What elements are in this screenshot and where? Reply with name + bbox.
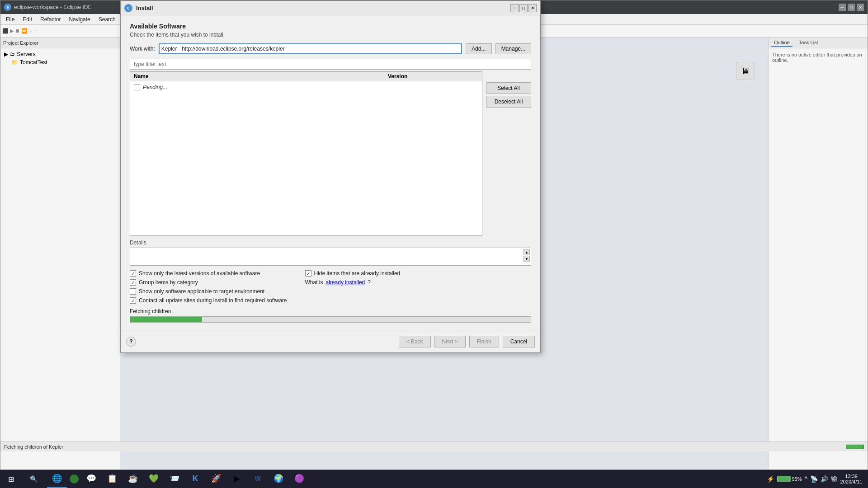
dialog-close-btn[interactable]: ✕ [528,4,537,12]
add-button[interactable]: Add... [466,43,491,54]
option-contact-label: Contact all update sites during install … [139,297,287,304]
deselect-all-button[interactable]: Deselect All [486,96,531,108]
taskbar-app-arrow[interactable]: 🚀 [206,470,226,488]
scroll-down-btn[interactable]: ▼ [524,256,530,262]
option-what-is-label: What is [305,279,323,286]
taskbar-app-word[interactable]: W [248,470,268,488]
project-explorer-title: Project Explorer [3,40,38,46]
option-group-category: ✓ Group items by category [130,279,287,286]
power-icon: ⚡ [767,475,774,483]
eclipse-minimize-btn[interactable]: ─ [839,4,846,11]
list-body: Pending... [130,81,482,93]
dialog-body: Available Software Check the items that … [121,15,540,330]
battery-display: 95% [777,476,802,482]
dialog-maximize-btn[interactable]: □ [519,4,528,12]
col-version: Version [388,73,478,80]
lang-icon: 输 [831,475,837,483]
option-question-mark: ? [368,279,371,286]
outline-content: There is no active editor that provides … [769,48,868,66]
status-progress-bar [846,445,864,449]
option-target-checkbox[interactable] [130,288,136,295]
options-col1: ✓ Show only the latest versions of avail… [130,270,287,304]
taskbar: ⊞ 🔍 🌐 💬 📋 ☕ 💚 📨 K 🚀 ▶ W 🌍 🟣 ⚡ 95% [0,470,868,488]
taskbar-app-k[interactable]: K [185,470,205,488]
dialog-title-icon: e [124,4,132,12]
option-hide-label: Hide items that are already installed [314,270,401,277]
start-button[interactable]: ⊞ [2,470,20,488]
option-already-installed: What is already installed ? [305,279,401,286]
eclipse-status-bar: Fetching children of Kepler [0,441,868,451]
already-installed-link[interactable]: already installed [326,279,365,286]
taskbar-app-globe[interactable]: 🌍 [269,470,288,488]
taskbar-app-edge[interactable]: 🌐 [47,470,67,488]
options-section: ✓ Show only the latest versions of avail… [130,270,531,304]
eclipse-maximize-btn[interactable]: □ [848,4,855,11]
taskbar-search-btn[interactable]: 🔍 [20,470,47,488]
taskbar-app-mail[interactable]: 📨 [165,470,184,488]
servers-label: Servers [17,51,35,57]
finish-button[interactable]: Finish [469,336,499,347]
option-contact-sites: ✓ Contact all update sites during instal… [130,297,287,304]
project-explorer-content: ▶ 🗂 Servers 📁 TomcatTest [0,48,120,469]
list-item-checkbox[interactable] [134,84,140,90]
menu-file[interactable]: File [2,15,18,23]
manage-button[interactable]: Manage... [495,43,531,54]
servers-icon: ▶ 🗂 [4,51,15,57]
scroll-up-btn[interactable]: ▲ [524,249,530,255]
taskbar-app-java[interactable]: ☕ [123,470,143,488]
work-with-dropdown[interactable]: Kepler - http://download.eclipse.org/rel… [159,43,462,54]
option-hide-checkbox[interactable]: ✓ [305,270,311,277]
status-text: Fetching children of Kepler [4,444,63,450]
option-target-env: Show only software applicable to target … [130,288,287,295]
option-group-label: Group items by category [139,279,198,286]
select-all-button[interactable]: Select All [486,82,531,94]
taskbar-app-run[interactable]: ▶ [227,470,247,488]
outline-tab[interactable]: Outline [771,39,793,47]
status-progress [846,445,864,449]
list-header: Name Version [130,72,482,81]
fetching-section: Fetching children [130,308,531,323]
option-target-label: Show only software applicable to target … [139,288,264,295]
taskbar-app-eclipse2[interactable]: 🟣 [289,470,309,488]
menu-edit[interactable]: Edit [19,15,36,23]
software-list: Name Version Pending... [130,71,482,236]
taskbar-app-green[interactable] [70,474,79,483]
dialog-window-controls[interactable]: ─ □ ✕ [510,4,537,12]
filter-input[interactable] [130,59,531,70]
outline-message: There is no active editor that provides … [772,52,862,63]
menu-search[interactable]: Search [95,15,119,23]
help-button[interactable]: ? [126,337,136,347]
progress-bar [130,316,531,323]
dialog-titlebar: e Install ─ □ ✕ [121,1,540,15]
task-list-tab[interactable]: Task List [796,39,821,47]
taskbar-app-chat[interactable]: 💬 [81,470,101,488]
taskbar-app-whatsapp[interactable]: 💚 [144,470,164,488]
eclipse-window-controls[interactable]: ─ □ ✕ [839,4,864,11]
menu-navigate[interactable]: Navigate [65,15,94,23]
list-item: Pending... [134,83,478,91]
network-tray-icon: 📡 [810,475,818,483]
clock[interactable]: 13:39 2020/4/11 [840,474,863,484]
chevron-icon[interactable]: ^ [804,475,807,483]
work-with-label: Work with: [130,46,155,52]
details-label: Details [130,239,531,246]
cancel-button[interactable]: Cancel [503,336,535,347]
network-icon: 🖥 [736,62,755,80]
back-button[interactable]: < Back [399,336,431,347]
options-col2: ✓ Hide items that are already installed … [305,270,401,304]
option-contact-checkbox[interactable]: ✓ [130,297,136,304]
dialog-minimize-btn[interactable]: ─ [510,4,519,12]
option-latest-label: Show only the latest versions of availab… [139,270,260,277]
tree-item-servers[interactable]: ▶ 🗂 Servers [2,50,118,58]
details-box: ▲ ▼ [130,248,531,266]
tomcattest-icon: 📁 [11,59,18,66]
tree-item-tomcattest[interactable]: 📁 TomcatTest [9,58,118,66]
option-group-checkbox[interactable]: ✓ [130,279,136,286]
option-latest-checkbox[interactable]: ✓ [130,270,136,277]
project-explorer: Project Explorer ▶ 🗂 Servers 📁 TomcatTes… [0,38,120,469]
menu-refactor[interactable]: Refactor [37,15,64,23]
taskbar-app-notes[interactable]: 📋 [102,470,122,488]
install-dialog: e Install ─ □ ✕ Available Software Check… [120,0,541,353]
next-button[interactable]: Next > [434,336,466,347]
eclipse-close-btn[interactable]: ✕ [857,4,864,11]
